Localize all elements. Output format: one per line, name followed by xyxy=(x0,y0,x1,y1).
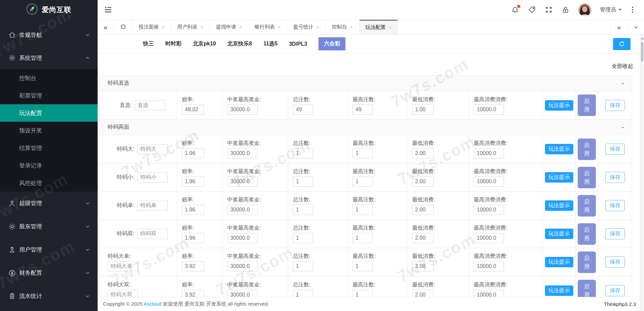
tabs-scroll-right-icon[interactable]: » xyxy=(610,20,627,34)
total-bets-input[interactable] xyxy=(293,261,313,271)
scrollbar-thumb[interactable] xyxy=(641,42,643,62)
save-button[interactable]: 保存 xyxy=(605,144,625,155)
refresh-button[interactable] xyxy=(613,38,631,50)
bell-icon[interactable] xyxy=(511,6,519,14)
max-cost-input[interactable] xyxy=(474,205,504,215)
play-hint-button[interactable]: 玩法提示 xyxy=(545,172,573,183)
sidebar-group-常规导航[interactable]: 常规导航 xyxy=(0,24,98,46)
odds-input[interactable] xyxy=(182,177,204,187)
max-bets-input[interactable] xyxy=(352,148,373,158)
odds-input[interactable] xyxy=(182,148,204,158)
sidebar-group-系统管理[interactable]: 系统管理 xyxy=(0,46,98,69)
max-bets-input[interactable] xyxy=(352,261,373,271)
max-cost-input[interactable] xyxy=(474,233,504,243)
odds-input[interactable] xyxy=(182,233,204,243)
close-icon[interactable]: × xyxy=(278,24,281,30)
more-menu-icon[interactable] xyxy=(631,5,635,14)
play-hint-button[interactable]: 玩法提示 xyxy=(545,200,573,211)
enable-button[interactable]: 启用 xyxy=(578,167,596,188)
tab-控制台[interactable]: 控制台× xyxy=(326,20,360,34)
game-tab-快三[interactable]: 快三 xyxy=(143,40,154,47)
close-icon[interactable]: × xyxy=(162,24,165,30)
sidebar-item-风控处理[interactable]: 风控处理 xyxy=(0,174,98,192)
max-prize-input[interactable] xyxy=(227,148,258,158)
min-cost-input[interactable] xyxy=(412,177,434,187)
play-name-input[interactable] xyxy=(137,144,168,154)
tab-银行列表[interactable]: 银行列表× xyxy=(248,20,287,34)
max-bets-input[interactable] xyxy=(352,177,373,187)
min-cost-input[interactable] xyxy=(412,205,434,215)
game-tab-11选5[interactable]: 11选5 xyxy=(263,40,277,47)
odds-input[interactable] xyxy=(182,261,204,271)
sidebar-item-结算管理[interactable]: 结算管理 xyxy=(0,139,98,157)
game-tab-3D/PL3[interactable]: 3D/PL3 xyxy=(289,41,307,47)
sidebar-item-彩票管理[interactable]: 彩票管理 xyxy=(0,87,98,104)
max-cost-input[interactable] xyxy=(474,177,504,187)
enable-button[interactable]: 启用 xyxy=(578,280,596,297)
max-bets-input[interactable] xyxy=(352,233,373,243)
play-name-input[interactable] xyxy=(108,290,138,297)
fullscreen-icon[interactable] xyxy=(545,6,553,14)
play-hint-button[interactable]: 玩法提示 xyxy=(545,229,573,239)
sidebar-item-玩法配置[interactable]: 玩法配置 xyxy=(0,104,98,122)
enable-button[interactable]: 启用 xyxy=(578,251,596,273)
min-cost-input[interactable] xyxy=(412,148,434,158)
game-tab-时时彩[interactable]: 时时彩 xyxy=(165,40,181,47)
game-tab-六合彩[interactable]: 六合彩 xyxy=(318,37,345,50)
save-button[interactable]: 保存 xyxy=(605,100,625,111)
odds-input[interactable] xyxy=(182,205,204,215)
sidebar-collapse-icon[interactable] xyxy=(104,5,112,14)
tab-投注面板[interactable]: 投注面板× xyxy=(133,20,171,34)
scrollbar-up-arrow[interactable] xyxy=(641,37,644,39)
enable-button[interactable]: 启用 xyxy=(578,223,596,245)
game-tab-北京pk10[interactable]: 北京pk10 xyxy=(193,40,216,47)
vertical-scrollbar[interactable] xyxy=(640,35,644,311)
tabs-scroll-left-icon[interactable]: « xyxy=(98,20,114,34)
max-cost-input[interactable] xyxy=(474,105,504,115)
play-name-input[interactable] xyxy=(108,261,138,271)
lock-icon[interactable] xyxy=(562,6,570,14)
save-button[interactable]: 保存 xyxy=(605,172,625,183)
save-button[interactable]: 保存 xyxy=(605,228,625,239)
max-cost-input[interactable] xyxy=(474,290,504,297)
max-prize-input[interactable] xyxy=(227,205,258,215)
sidebar-group-股东管理[interactable]: 股东管理 xyxy=(0,215,98,238)
max-cost-input[interactable] xyxy=(474,261,504,271)
tab-用户列表[interactable]: 用户列表× xyxy=(171,20,210,34)
max-cost-input[interactable] xyxy=(474,148,504,158)
min-cost-input[interactable] xyxy=(412,290,434,297)
sidebar-item-预设开奖[interactable]: 预设开奖 xyxy=(0,122,98,139)
max-prize-input[interactable] xyxy=(227,261,258,271)
total-bets-input[interactable] xyxy=(293,148,313,158)
total-bets-input[interactable] xyxy=(293,205,313,215)
play-hint-button[interactable]: 玩法提示 xyxy=(545,144,573,154)
play-hint-button[interactable]: 玩法提示 xyxy=(545,285,573,296)
sidebar-group-流水统计[interactable]: 流水统计 xyxy=(0,284,98,308)
sidebar-group-用户管理[interactable]: 用户管理 xyxy=(0,238,98,261)
collapse-all-link[interactable]: 全部收起 xyxy=(612,63,633,70)
section-header[interactable]: 特码直选- xyxy=(100,76,632,91)
play-hint-button[interactable]: 玩法提示 xyxy=(545,257,573,267)
tab-玩法配置[interactable]: 玩法配置× xyxy=(360,20,398,34)
close-icon[interactable]: × xyxy=(389,25,392,30)
play-name-input[interactable] xyxy=(137,201,168,211)
play-name-input[interactable] xyxy=(137,229,168,239)
sidebar-item-登录记录[interactable]: 登录记录 xyxy=(0,157,98,174)
enable-button[interactable]: 启用 xyxy=(578,94,596,116)
odds-input[interactable] xyxy=(182,290,204,297)
game-tab-北京快乐8[interactable]: 北京快乐8 xyxy=(227,40,252,47)
max-prize-input[interactable] xyxy=(227,290,258,297)
sidebar-item-控制台[interactable]: 控制台 xyxy=(0,69,98,87)
odds-input[interactable] xyxy=(182,105,204,115)
max-prize-input[interactable] xyxy=(227,105,258,115)
close-icon[interactable]: × xyxy=(239,24,242,30)
sidebar-group-财务配置[interactable]: 财务配置 xyxy=(0,261,98,284)
tag-icon[interactable] xyxy=(528,6,536,14)
enable-button[interactable]: 启用 xyxy=(578,195,596,217)
sidebar-group-超级管理[interactable]: 超级管理 xyxy=(0,192,98,215)
play-name-input[interactable] xyxy=(137,172,168,183)
save-button[interactable]: 保存 xyxy=(605,285,625,296)
min-cost-input[interactable] xyxy=(412,261,434,271)
total-bets-input[interactable] xyxy=(293,105,313,115)
play-hint-button[interactable]: 玩法提示 xyxy=(545,100,573,111)
